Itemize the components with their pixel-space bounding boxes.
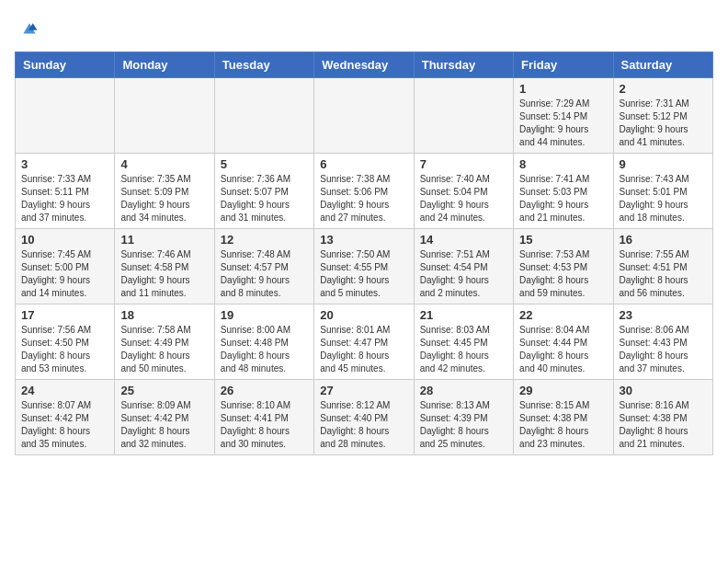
day-info: Sunrise: 7:46 AM Sunset: 4:58 PM Dayligh… [120, 248, 208, 300]
day-info: Sunrise: 8:03 AM Sunset: 4:45 PM Dayligh… [420, 324, 507, 375]
day-number: 3 [21, 157, 108, 171]
weekday-header-wednesday: Wednesday [314, 52, 414, 78]
calendar-cell: 12Sunrise: 7:48 AM Sunset: 4:57 PM Dayli… [214, 229, 313, 304]
day-number: 9 [620, 157, 707, 171]
day-info: Sunrise: 7:51 AM Sunset: 4:54 PM Dayligh… [420, 248, 507, 300]
calendar-cell: 21Sunrise: 8:03 AM Sunset: 4:45 PM Dayli… [414, 304, 513, 380]
day-number: 14 [420, 233, 507, 247]
logo [15, 15, 42, 40]
day-number: 30 [620, 384, 707, 397]
day-info: Sunrise: 8:00 AM Sunset: 4:48 PM Dayligh… [221, 324, 308, 375]
weekday-header-monday: Monday [115, 52, 214, 78]
calendar-cell: 20Sunrise: 8:01 AM Sunset: 4:47 PM Dayli… [314, 304, 414, 380]
day-number: 8 [519, 157, 607, 171]
day-number: 18 [120, 308, 208, 322]
day-info: Sunrise: 7:36 AM Sunset: 5:07 PM Dayligh… [221, 173, 308, 224]
calendar-cell: 18Sunrise: 7:58 AM Sunset: 4:49 PM Dayli… [115, 304, 214, 380]
calendar-cell: 26Sunrise: 8:10 AM Sunset: 4:41 PM Dayli… [214, 380, 313, 455]
day-number: 10 [21, 233, 108, 247]
day-info: Sunrise: 7:43 AM Sunset: 5:01 PM Dayligh… [620, 173, 707, 224]
day-number: 23 [620, 308, 707, 322]
day-number: 28 [420, 384, 507, 397]
calendar-cell: 28Sunrise: 8:13 AM Sunset: 4:39 PM Dayli… [414, 380, 513, 455]
day-info: Sunrise: 8:04 AM Sunset: 4:44 PM Dayligh… [519, 324, 607, 375]
day-info: Sunrise: 8:16 AM Sunset: 4:38 PM Dayligh… [620, 399, 707, 451]
calendar-cell: 11Sunrise: 7:46 AM Sunset: 4:58 PM Dayli… [115, 229, 214, 304]
calendar-cell [16, 78, 115, 154]
day-number: 19 [221, 308, 308, 322]
calendar-cell: 13Sunrise: 7:50 AM Sunset: 4:55 PM Dayli… [314, 229, 414, 304]
calendar-cell [115, 78, 214, 154]
weekday-header-saturday: Saturday [613, 52, 712, 78]
calendar-cell: 14Sunrise: 7:51 AM Sunset: 4:54 PM Dayli… [414, 229, 513, 304]
day-info: Sunrise: 8:06 AM Sunset: 4:43 PM Dayligh… [620, 324, 707, 375]
calendar-cell: 22Sunrise: 8:04 AM Sunset: 4:44 PM Dayli… [514, 304, 613, 380]
day-info: Sunrise: 7:48 AM Sunset: 4:57 PM Dayligh… [221, 248, 308, 300]
day-number: 6 [320, 157, 407, 171]
weekday-header-sunday: Sunday [16, 52, 115, 78]
calendar-cell [214, 78, 313, 154]
day-number: 15 [519, 233, 607, 247]
calendar-week-3: 10Sunrise: 7:45 AM Sunset: 5:00 PM Dayli… [16, 229, 713, 304]
day-number: 5 [221, 157, 308, 171]
day-number: 22 [519, 308, 607, 322]
calendar-cell: 25Sunrise: 8:09 AM Sunset: 4:42 PM Dayli… [115, 380, 214, 455]
day-info: Sunrise: 7:38 AM Sunset: 5:06 PM Dayligh… [320, 173, 407, 224]
day-number: 4 [120, 157, 208, 171]
calendar-cell: 4Sunrise: 7:35 AM Sunset: 5:09 PM Daylig… [115, 154, 214, 229]
day-info: Sunrise: 8:10 AM Sunset: 4:41 PM Dayligh… [221, 399, 308, 451]
calendar-cell: 17Sunrise: 7:56 AM Sunset: 4:50 PM Dayli… [16, 304, 115, 380]
calendar-cell: 3Sunrise: 7:33 AM Sunset: 5:11 PM Daylig… [16, 154, 115, 229]
weekday-header-friday: Friday [514, 52, 613, 78]
day-number: 26 [221, 384, 308, 397]
header-row: SundayMondayTuesdayWednesdayThursdayFrid… [16, 52, 713, 78]
day-number: 29 [519, 384, 607, 397]
logo-icon [17, 15, 42, 40]
calendar-cell: 15Sunrise: 7:53 AM Sunset: 4:53 PM Dayli… [514, 229, 613, 304]
calendar-cell: 1Sunrise: 7:29 AM Sunset: 5:14 PM Daylig… [514, 78, 613, 154]
day-number: 17 [21, 308, 108, 322]
day-number: 24 [21, 384, 108, 397]
calendar-cell: 7Sunrise: 7:40 AM Sunset: 5:04 PM Daylig… [414, 154, 513, 229]
calendar-week-5: 24Sunrise: 8:07 AM Sunset: 4:42 PM Dayli… [16, 380, 713, 455]
day-info: Sunrise: 7:31 AM Sunset: 5:12 PM Dayligh… [620, 98, 707, 149]
calendar-cell: 6Sunrise: 7:38 AM Sunset: 5:06 PM Daylig… [314, 154, 414, 229]
day-info: Sunrise: 8:09 AM Sunset: 4:42 PM Dayligh… [120, 399, 208, 451]
day-number: 13 [320, 233, 407, 247]
day-info: Sunrise: 7:56 AM Sunset: 4:50 PM Dayligh… [21, 324, 108, 375]
day-info: Sunrise: 7:50 AM Sunset: 4:55 PM Dayligh… [320, 248, 407, 300]
day-info: Sunrise: 8:13 AM Sunset: 4:39 PM Dayligh… [420, 399, 507, 451]
calendar-cell: 27Sunrise: 8:12 AM Sunset: 4:40 PM Dayli… [314, 380, 414, 455]
weekday-header-tuesday: Tuesday [214, 52, 313, 78]
day-number: 2 [620, 82, 707, 96]
calendar-cell: 2Sunrise: 7:31 AM Sunset: 5:12 PM Daylig… [613, 78, 712, 154]
day-number: 12 [221, 233, 308, 247]
calendar-week-1: 1Sunrise: 7:29 AM Sunset: 5:14 PM Daylig… [16, 78, 713, 154]
day-number: 7 [420, 157, 507, 171]
day-info: Sunrise: 8:01 AM Sunset: 4:47 PM Dayligh… [320, 324, 407, 375]
day-info: Sunrise: 7:58 AM Sunset: 4:49 PM Dayligh… [120, 324, 208, 375]
calendar-cell: 19Sunrise: 8:00 AM Sunset: 4:48 PM Dayli… [214, 304, 313, 380]
calendar-week-2: 3Sunrise: 7:33 AM Sunset: 5:11 PM Daylig… [16, 154, 713, 229]
calendar-cell: 10Sunrise: 7:45 AM Sunset: 5:00 PM Dayli… [16, 229, 115, 304]
calendar-cell: 5Sunrise: 7:36 AM Sunset: 5:07 PM Daylig… [214, 154, 313, 229]
day-number: 27 [320, 384, 407, 397]
day-info: Sunrise: 7:55 AM Sunset: 4:51 PM Dayligh… [620, 248, 707, 300]
calendar-table: SundayMondayTuesdayWednesdayThursdayFrid… [15, 52, 713, 455]
day-info: Sunrise: 7:41 AM Sunset: 5:03 PM Dayligh… [519, 173, 607, 224]
day-info: Sunrise: 8:07 AM Sunset: 4:42 PM Dayligh… [21, 399, 108, 451]
day-info: Sunrise: 7:33 AM Sunset: 5:11 PM Dayligh… [21, 173, 108, 224]
calendar-cell: 8Sunrise: 7:41 AM Sunset: 5:03 PM Daylig… [514, 154, 613, 229]
calendar-cell [314, 78, 414, 154]
day-number: 20 [320, 308, 407, 322]
header [15, 15, 713, 40]
calendar-cell: 16Sunrise: 7:55 AM Sunset: 4:51 PM Dayli… [613, 229, 712, 304]
weekday-header-thursday: Thursday [414, 52, 513, 78]
day-info: Sunrise: 8:12 AM Sunset: 4:40 PM Dayligh… [320, 399, 407, 451]
day-number: 21 [420, 308, 507, 322]
day-info: Sunrise: 7:35 AM Sunset: 5:09 PM Dayligh… [120, 173, 208, 224]
day-number: 25 [120, 384, 208, 397]
day-info: Sunrise: 7:45 AM Sunset: 5:00 PM Dayligh… [21, 248, 108, 300]
calendar-cell: 23Sunrise: 8:06 AM Sunset: 4:43 PM Dayli… [613, 304, 712, 380]
calendar-cell: 29Sunrise: 8:15 AM Sunset: 4:38 PM Dayli… [514, 380, 613, 455]
